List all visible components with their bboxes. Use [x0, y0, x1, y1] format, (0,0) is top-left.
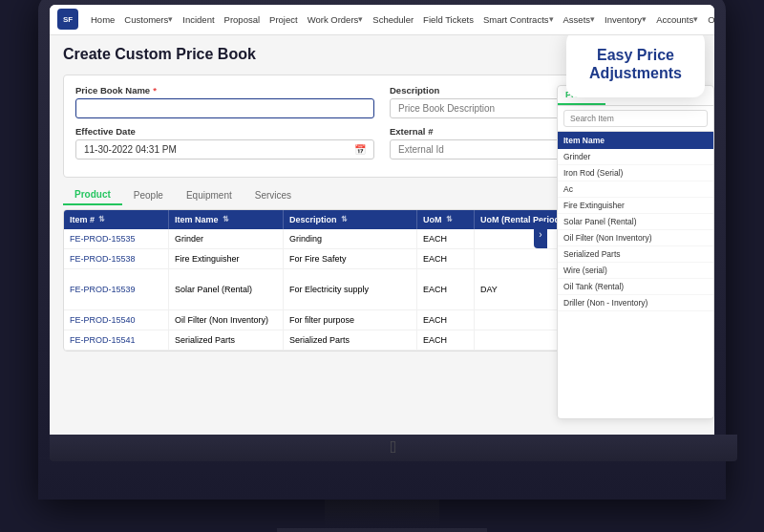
td-item-name: Serialized Parts [169, 330, 284, 350]
sidebar-panel: Product Item Name Grinder Iron Rod (Seri… [557, 85, 714, 419]
effective-date-group: Effective Date 11-30-2022 04:31 PM 📅 [75, 126, 374, 160]
nav-inventory[interactable]: Inventory ▾ [600, 5, 651, 34]
td-item-name: Fire Extinguisher [169, 249, 284, 268]
price-book-name-group: Price Book Name * 1st Quarter [75, 85, 374, 118]
td-item-num: FE-PROD-15540 [64, 310, 169, 330]
td-item-num: FE-PROD-15541 [64, 330, 169, 350]
sort-icon: ⇅ [98, 215, 105, 223]
item-num-link[interactable]: FE-PROD-15538 [70, 254, 136, 264]
monitor-stand [325, 500, 439, 528]
th-label: Description [289, 215, 337, 224]
sort-icon: ⇅ [446, 215, 453, 223]
th-description: Description ⇅ [284, 210, 417, 229]
monitor-bezel:  [50, 435, 737, 461]
apple-logo:  [391, 437, 397, 458]
sidebar-item[interactable]: Iron Rod (Serial) [558, 165, 713, 181]
nav-customers[interactable]: Customers ▾ [119, 5, 178, 34]
sidebar-item[interactable]: Fire Extinguisher [558, 198, 713, 214]
nav-scheduler[interactable]: Scheduler [368, 5, 418, 34]
td-description: For Fire Safety [284, 249, 417, 268]
nav-home[interactable]: Home [86, 5, 119, 34]
tab-equipment[interactable]: Equipment [175, 186, 244, 204]
nav-bar: SF Home Customers ▾ Incident Proposal Pr… [50, 5, 714, 35]
td-uom: EACH [417, 330, 475, 350]
th-label: UoM [423, 215, 442, 224]
sidebar-search-input[interactable] [563, 110, 708, 127]
sidebar-item[interactable]: Driller (Non - Inventory) [558, 295, 713, 311]
app-logo: SF [57, 9, 78, 30]
td-item-num: FE-PROD-15535 [64, 229, 169, 248]
nav-incident[interactable]: Incident [178, 5, 219, 34]
sidebar-item[interactable]: Ac [558, 181, 713, 198]
td-uom: EACH [417, 249, 475, 268]
effective-date-label: Effective Date [75, 126, 374, 137]
page-title: Create Custom Price Book [63, 46, 256, 63]
page-content: Easy Price Adjustments Create Custom Pri… [50, 35, 714, 435]
th-item-num: Item # ⇅ [64, 210, 169, 229]
tab-product[interactable]: Product [63, 185, 122, 205]
item-num-link[interactable]: FE-PROD-15539 [70, 285, 136, 294]
td-item-name: Grinder [169, 229, 284, 248]
td-description: Grinding [284, 229, 417, 248]
item-num-link[interactable]: FE-PROD-15535 [70, 234, 136, 244]
th-label: Item Name [175, 215, 219, 224]
nav-assets[interactable]: Assets ▾ [559, 5, 601, 34]
sidebar-item-list: Grinder Iron Rod (Serial) Ac Fire Exting… [558, 149, 713, 311]
sidebar-item[interactable]: Grinder [558, 149, 713, 165]
sidebar-item[interactable]: Serialized Parts [558, 246, 713, 263]
price-book-name-label: Price Book Name * [75, 85, 374, 96]
sidebar-item[interactable]: Solar Panel (Rental) [558, 214, 713, 230]
item-num-link[interactable]: FE-PROD-15541 [70, 335, 136, 345]
price-book-name-input[interactable]: 1st Quarter [75, 98, 374, 118]
required-indicator: * [153, 85, 157, 96]
effective-date-input[interactable]: 11-30-2022 04:31 PM 📅 [75, 139, 374, 160]
expand-handle[interactable]: › [534, 222, 547, 248]
th-label: Item # [70, 215, 95, 224]
item-num-link[interactable]: FE-PROD-15540 [70, 315, 136, 325]
nav-work-orders[interactable]: Work Orders ▾ [303, 5, 369, 34]
td-uom: EACH [417, 269, 475, 309]
td-item-name: Solar Panel (Rental) [169, 269, 284, 309]
calendar-icon[interactable]: 📅 [354, 144, 366, 155]
promo-card: Easy Price Adjustments [566, 35, 705, 97]
sidebar-item[interactable]: Wire (serial) [558, 263, 713, 279]
th-uom: UoM ⇅ [417, 210, 475, 229]
sidebar-list-header: Item Name [558, 132, 713, 149]
sort-icon: ⇅ [223, 215, 229, 223]
logo-text: SF [63, 15, 73, 24]
td-description: Serialized Parts [284, 330, 417, 350]
tab-people[interactable]: People [122, 186, 175, 204]
tab-services[interactable]: Services [244, 186, 303, 204]
sidebar-item[interactable]: Oil Tank (Rental) [558, 279, 713, 295]
label-text: Price Book Name [75, 85, 150, 96]
nav-field-tickets[interactable]: Field Tickets [418, 5, 478, 34]
th-item-name: Item Name ⇅ [169, 210, 284, 229]
nav-ops[interactable]: Ops ▾ [703, 5, 714, 34]
sidebar-item[interactable]: Oil Filter (Non Inventory) [558, 230, 713, 246]
promo-title: Easy Price Adjustments [580, 46, 691, 82]
td-uom: EACH [417, 229, 475, 248]
date-value: 11-30-2022 04:31 PM [84, 144, 177, 155]
nav-accounts[interactable]: Accounts ▾ [651, 5, 703, 34]
nav-smart-contracts[interactable]: Smart Contracts ▾ [478, 5, 559, 34]
td-item-num: FE-PROD-15538 [64, 249, 169, 268]
monitor-base [277, 528, 487, 533]
td-item-num: FE-PROD-15539 [64, 269, 169, 309]
nav-proposal[interactable]: Proposal [220, 5, 265, 34]
td-description: For filter purpose [284, 310, 417, 330]
sort-icon: ⇅ [341, 215, 348, 223]
th-label: UoM (Rental Period) [480, 215, 562, 224]
td-uom: EACH [417, 310, 475, 330]
sidebar-search-container [558, 106, 713, 132]
td-description: For Electricity supply [284, 269, 417, 309]
nav-project[interactable]: Project [265, 5, 303, 34]
td-item-name: Oil Filter (Non Inventory) [169, 310, 284, 330]
